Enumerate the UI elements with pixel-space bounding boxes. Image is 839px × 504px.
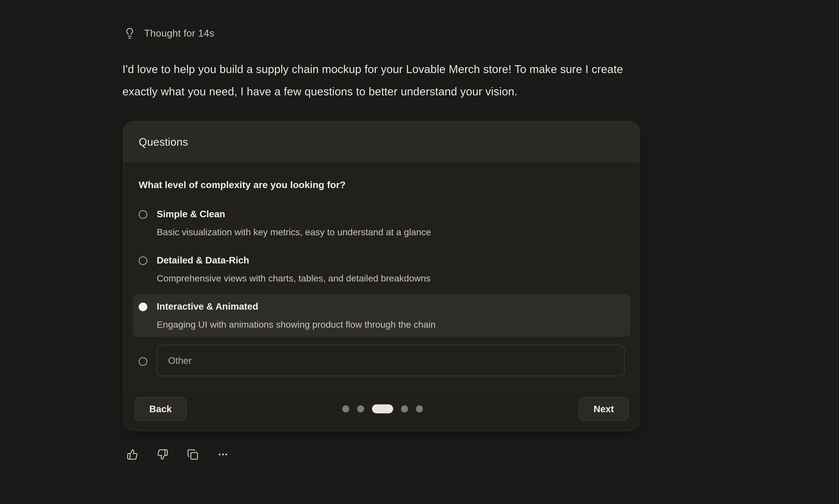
questions-card: Questions What level of complexity are y… [123,121,640,431]
option-title: Interactive & Animated [157,301,436,312]
radio-checked-icon[interactable] [139,303,147,311]
message-line: exactly what you need, I have a few ques… [122,80,765,103]
ellipsis-icon [217,449,229,460]
thumbs-up-icon [127,449,138,460]
option-simple-clean[interactable]: Simple & Clean Basic visualization with … [133,202,630,245]
thought-toggle[interactable]: Thought for 14s [124,28,214,39]
pagination-dot-active [372,404,393,413]
radio-unchecked-icon[interactable] [139,210,147,219]
copy-button[interactable] [187,449,199,460]
question-text: What level of complexity are you looking… [139,179,625,190]
option-interactive-animated[interactable]: Interactive & Animated Engaging UI with … [133,294,630,337]
copy-icon [187,449,198,460]
thumbs-down-button[interactable] [157,449,169,460]
card-title: Questions [139,136,188,148]
pagination-dot [416,406,423,412]
radio-unchecked-icon[interactable] [139,256,147,265]
pagination-dot [401,406,408,412]
other-input[interactable] [157,345,625,376]
card-body: What level of complexity are you looking… [123,163,640,376]
card-header: Questions [123,121,640,163]
next-button[interactable]: Next [579,397,629,421]
option-title: Detailed & Data-Rich [157,254,431,266]
card-footer: Back Next [123,387,640,431]
option-description: Engaging UI with animations showing prod… [157,319,436,330]
option-description: Basic visualization with key metrics, ea… [157,226,431,238]
back-button[interactable]: Back [134,397,187,421]
option-other [139,345,625,376]
pagination [342,404,423,413]
radio-unchecked-icon[interactable] [139,357,147,366]
pagination-dot [357,406,364,412]
thumbs-down-icon [157,449,168,460]
thumbs-up-button[interactable] [126,449,138,460]
thought-label: Thought for 14s [144,28,214,39]
message-line: I'd love to help you build a supply chai… [122,58,765,80]
assistant-message: I'd love to help you build a supply chai… [122,58,765,103]
lightbulb-icon [124,28,136,39]
option-description: Comprehensive views with charts, tables,… [157,272,431,284]
more-options-button[interactable] [217,449,229,460]
message-actions [126,449,229,460]
pagination-dot [342,406,349,412]
option-title: Simple & Clean [157,208,431,220]
option-detailed-data-rich[interactable]: Detailed & Data-Rich Comprehensive views… [133,248,630,291]
